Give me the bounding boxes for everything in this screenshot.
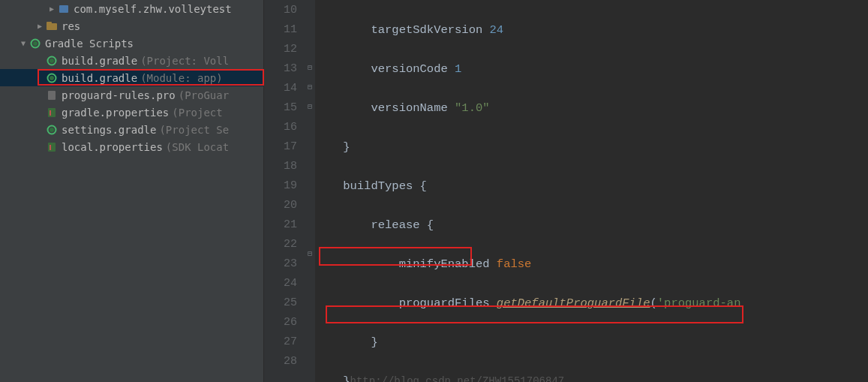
collapse-arrow-icon[interactable]: ▼	[18, 39, 29, 47]
tree-label: local.properties	[62, 141, 163, 153]
code-token: proguardFiles	[399, 296, 490, 310]
fold-gutter[interactable]: ⊟ ⊟ ⊟ ⊟	[306, 0, 315, 382]
file-icon	[45, 89, 59, 101]
svg-rect-10	[48, 108, 56, 117]
project-tree[interactable]: ▶ com.myself.zhw.volleytest ▶ res ▼ Grad…	[0, 0, 264, 382]
code-token: release {	[371, 218, 434, 232]
code-token: targetSdkVersion	[371, 23, 482, 37]
code-token: versionCode	[371, 62, 447, 76]
tree-label: build.gradle	[62, 72, 137, 84]
expand-arrow-icon[interactable]: ▶	[47, 5, 57, 13]
line-number: 23	[264, 254, 297, 274]
code-token: 'proguard-an	[657, 296, 741, 310]
tree-hint: (Project	[172, 107, 222, 119]
tree-label: build.gradle	[62, 55, 137, 67]
svg-rect-9	[48, 91, 56, 100]
fold-marker-icon[interactable]: ⊟	[308, 63, 312, 72]
svg-rect-11	[50, 110, 51, 116]
tree-hint: (Module: app)	[140, 72, 223, 84]
code-token: getDefaultProguardFile	[497, 296, 650, 310]
properties-icon	[45, 107, 59, 119]
line-number: 18	[264, 157, 297, 176]
svg-point-6	[50, 59, 54, 63]
line-number: 14	[264, 79, 297, 98]
svg-point-13	[50, 128, 54, 132]
tree-item-gradle-scripts[interactable]: ▼ Gradle Scripts	[0, 35, 263, 52]
svg-rect-0	[59, 5, 68, 13]
line-number: 28	[264, 352, 297, 371]
tree-item-package[interactable]: ▶ com.myself.zhw.volleytest	[0, 0, 263, 17]
line-number: 13	[264, 59, 297, 79]
line-number: 15	[264, 98, 297, 118]
class-icon	[57, 3, 71, 15]
line-number: 19	[264, 176, 297, 196]
code-token: 24	[490, 23, 504, 37]
tree-item-build-gradle-app[interactable]: build.gradle (Module: app)	[0, 69, 263, 86]
line-number: 22	[264, 235, 297, 254]
tree-label: Gradle Scripts	[45, 38, 134, 50]
fold-marker-icon[interactable]: ⊟	[308, 249, 312, 258]
code-token: minifyEnabled	[399, 257, 490, 271]
tree-hint: (ProGuar	[179, 89, 229, 101]
line-number: 16	[264, 118, 297, 137]
code-area[interactable]: targetSdkVersion 24 versionCode 1 versio…	[315, 0, 868, 382]
line-number-gutter: 10 11 12 13 14 15 16 17 18 19 20 21 22 2…	[264, 0, 306, 382]
gradle-icon	[45, 124, 59, 136]
tree-label: res	[62, 20, 80, 32]
code-editor[interactable]: 10 11 12 13 14 15 16 17 18 19 20 21 22 2…	[264, 0, 868, 382]
line-number: 10	[264, 1, 297, 20]
line-number: 27	[264, 332, 297, 352]
code-token: buildTypes {	[343, 179, 427, 193]
line-number: 17	[264, 137, 297, 157]
folder-icon	[45, 20, 59, 32]
expand-arrow-icon[interactable]: ▶	[35, 22, 45, 30]
svg-point-8	[50, 76, 54, 80]
code-token: versionName	[371, 101, 447, 115]
code-token: "1.0"	[455, 101, 490, 115]
tree-label: proguard-rules.pro	[62, 89, 176, 101]
svg-rect-2	[47, 22, 52, 25]
line-number: 21	[264, 215, 297, 235]
tree-item-build-gradle-project[interactable]: build.gradle (Project: Voll	[0, 52, 263, 69]
line-number: 25	[264, 293, 297, 313]
fold-marker-icon[interactable]: ⊟	[308, 83, 312, 92]
code-token: 1	[455, 62, 461, 76]
svg-rect-14	[48, 143, 56, 152]
line-number: 24	[264, 274, 297, 293]
tree-item-settings-gradle[interactable]: settings.gradle (Project Se	[0, 121, 263, 138]
tree-item-proguard[interactable]: proguard-rules.pro (ProGuar	[0, 86, 263, 104]
gradle-icon	[45, 72, 59, 84]
fold-marker-icon[interactable]: ⊟	[308, 102, 312, 111]
line-number: 11	[264, 20, 297, 40]
line-number: 12	[264, 40, 297, 59]
tree-label: gradle.properties	[62, 107, 169, 119]
tree-hint: (Project Se	[159, 124, 229, 136]
line-number: 20	[264, 196, 297, 215]
code-token: }	[343, 140, 350, 154]
svg-rect-15	[50, 145, 51, 150]
tree-hint: (Project: Voll	[140, 55, 229, 67]
properties-icon	[45, 141, 59, 153]
tree-hint: (SDK Locat	[166, 141, 229, 153]
gradle-icon	[45, 55, 59, 67]
watermark-text: http://blog.csdn.net/ZHW1551706847	[350, 375, 565, 382]
svg-point-4	[33, 41, 38, 46]
tree-label: com.myself.zhw.volleytest	[74, 3, 232, 15]
gradle-icon	[29, 38, 42, 50]
tree-label: settings.gradle	[62, 124, 156, 136]
tree-item-local-properties[interactable]: local.properties (SDK Locat	[0, 138, 263, 155]
line-number: 26	[264, 313, 297, 332]
code-token: }	[371, 335, 377, 349]
tree-item-res[interactable]: ▶ res	[0, 17, 263, 35]
code-token: false	[497, 257, 532, 271]
tree-item-gradle-properties[interactable]: gradle.properties (Project	[0, 104, 263, 121]
